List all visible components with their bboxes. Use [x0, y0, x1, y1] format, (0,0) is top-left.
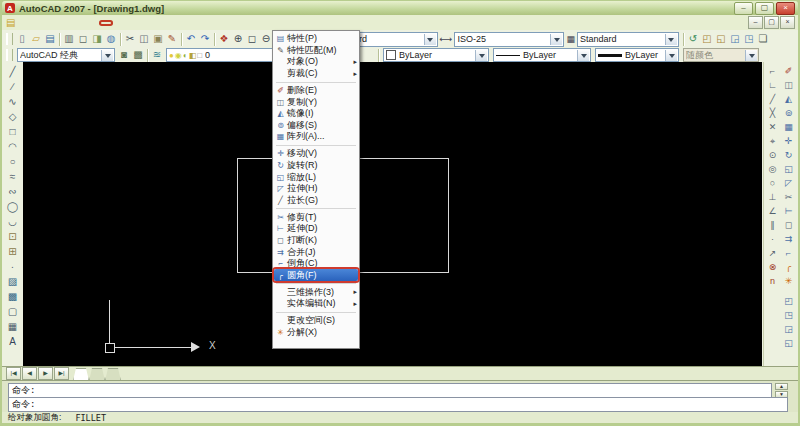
draw-tool-icon[interactable]: ∾ — [5, 184, 20, 199]
toolbar-icon[interactable]: ▩ — [131, 48, 145, 62]
layer-state-icon[interactable]: ◉ — [175, 51, 182, 60]
draw-tool-icon[interactable]: ▦ — [5, 319, 20, 334]
modify-menu-item[interactable]: ⌐ 倒角(C) — [274, 258, 358, 270]
draw-tool-icon[interactable]: □ — [5, 124, 20, 139]
dim-style-combo[interactable]: ISO-25 — [454, 32, 564, 47]
toolbar-icon[interactable]: ↷ — [198, 32, 212, 46]
modify-menu-item[interactable]: 对象(O) ▸ — [274, 56, 358, 68]
chevron-down-icon[interactable] — [665, 50, 677, 61]
draw-tool-icon[interactable]: ∕ — [5, 79, 20, 94]
modify-menu-item[interactable]: 实体编辑(N) ▸ — [274, 298, 358, 310]
modify-menu-item[interactable]: ╱ 拉长(G) — [274, 194, 358, 206]
toolbar-icon[interactable]: ⊖ — [259, 32, 273, 46]
modify-tool-icon[interactable]: ✂ — [781, 190, 796, 204]
tab-nav-button[interactable]: |◀ — [6, 367, 21, 380]
toolbar-icon[interactable]: ⊕ — [231, 32, 245, 46]
toolbar-icon[interactable]: ▱ — [29, 32, 43, 46]
toolbar-icon[interactable]: ▯ — [15, 32, 29, 46]
tab-nav-button[interactable]: ◀ — [22, 367, 37, 380]
lineweight-combo[interactable]: ByLayer — [595, 48, 679, 62]
draw-tool-icon[interactable]: ▩ — [5, 289, 20, 304]
menu-item[interactable] — [31, 22, 41, 24]
maximize-button[interactable]: ▢ — [755, 2, 774, 15]
toolbar-icon[interactable]: ❏ — [756, 32, 770, 46]
draw-tool-icon[interactable]: ▨ — [5, 274, 20, 289]
toolbar-icon[interactable]: ◻ — [245, 32, 259, 46]
snap-tool-icon[interactable]: ○ — [765, 176, 780, 190]
mdi-window-button[interactable]: – — [748, 16, 763, 29]
modify-tool-icon[interactable]: ◸ — [781, 176, 796, 190]
chevron-down-icon[interactable] — [101, 50, 113, 61]
draworder-tool-icon[interactable]: ◱ — [781, 336, 796, 350]
layer-state-icon[interactable]: ◧ — [189, 51, 197, 60]
modify-menu-item[interactable]: 三维操作(3) ▸ — [274, 286, 358, 298]
tab-nav-button[interactable]: ▶ — [38, 367, 53, 380]
draw-tool-icon[interactable]: ◯ — [5, 199, 20, 214]
modify-tool-icon[interactable]: ✳ — [781, 274, 796, 288]
snap-tool-icon[interactable]: ∥ — [765, 218, 780, 232]
snap-tool-icon[interactable]: ╱ — [765, 92, 780, 106]
menu-item[interactable] — [71, 22, 81, 24]
modify-menu-item[interactable]: ✎ 特性匹配(M) — [274, 45, 358, 57]
toolbar-grip[interactable] — [6, 49, 13, 61]
modify-menu-item[interactable]: ◫ 复制(Y) — [274, 96, 358, 108]
layer-combo[interactable]: ●◉◐◧□ 0 — [166, 48, 280, 62]
modify-menu-item[interactable]: ⊢ 延伸(D) — [274, 223, 358, 235]
chevron-down-icon[interactable] — [577, 50, 589, 61]
minimize-button[interactable]: – — [734, 2, 753, 15]
draworder-tool-icon[interactable]: ◲ — [781, 322, 796, 336]
draworder-tool-icon[interactable]: ◳ — [781, 308, 796, 322]
menu-item[interactable] — [41, 22, 51, 24]
modify-menu-item[interactable]: ◱ 缩放(L) — [274, 171, 358, 183]
modify-menu-item[interactable]: 更改空间(S) — [274, 315, 358, 327]
chevron-down-icon[interactable] — [475, 50, 487, 61]
modify-menu-item[interactable]: ╭ 圆角(F) — [274, 269, 358, 281]
modify-menu-item[interactable]: ◭ 镜像(I) — [274, 108, 358, 120]
draw-tool-icon[interactable]: ▢ — [5, 304, 20, 319]
draw-tool-icon[interactable]: ≈ — [5, 169, 20, 184]
layer-manager-icon[interactable]: ≋ — [150, 48, 164, 62]
table-style-combo[interactable]: Standard — [577, 32, 679, 47]
workspace-combo[interactable]: AutoCAD 经典 — [17, 48, 115, 62]
draw-tool-icon[interactable]: ╱ — [5, 64, 20, 79]
layer-state-icon[interactable]: ◐ — [183, 51, 188, 60]
toolbar-icon[interactable]: ◙ — [117, 48, 131, 62]
modify-menu-item[interactable]: ↻ 旋转(R) — [274, 160, 358, 172]
modify-menu-item[interactable]: ⊚ 偏移(S) — [274, 120, 358, 132]
snap-tool-icon[interactable]: ∠ — [765, 204, 780, 218]
modify-menu-item[interactable]: 剪裁(C) ▸ — [274, 68, 358, 80]
toolbar-icon[interactable]: ❖ — [217, 32, 231, 46]
toolbar-icon[interactable]: ↶ — [184, 32, 198, 46]
modify-tool-icon[interactable]: ╭ — [781, 260, 796, 274]
modify-menu-item[interactable]: ◸ 拉伸(H) — [274, 183, 358, 195]
modify-tool-icon[interactable]: ✛ — [781, 134, 796, 148]
draw-tool-icon[interactable]: ◡ — [5, 214, 20, 229]
chevron-down-icon[interactable] — [424, 34, 436, 45]
layer-state-icon[interactable]: □ — [197, 51, 202, 60]
mdi-window-button[interactable]: ▢ — [764, 16, 779, 29]
modify-tool-icon[interactable]: ⌐ — [781, 246, 796, 260]
snap-tool-icon[interactable]: ✕ — [765, 120, 780, 134]
drawing-canvas[interactable]: X — [23, 62, 762, 366]
snap-tool-icon[interactable]: ╳ — [765, 106, 780, 120]
modify-tool-icon[interactable]: ⇉ — [781, 232, 796, 246]
chevron-down-icon[interactable] — [550, 34, 562, 45]
modify-tool-icon[interactable]: ▦ — [781, 120, 796, 134]
linetype-combo[interactable]: ByLayer — [493, 48, 591, 62]
modify-tool-icon[interactable]: ⊢ — [781, 204, 796, 218]
modify-tool-icon[interactable]: ◻ — [781, 218, 796, 232]
snap-tool-icon[interactable]: ⊥ — [765, 190, 780, 204]
modify-menu-item[interactable]: ⇉ 合并(J) — [274, 246, 358, 258]
modify-tool-icon[interactable]: ✐ — [781, 64, 796, 78]
modify-menu-item[interactable]: ▤ 特性(P) — [274, 33, 358, 45]
toolbar-icon[interactable]: ◍ — [104, 32, 118, 46]
layer-state-icon[interactable]: ● — [169, 51, 174, 60]
draw-tool-icon[interactable]: ⊡ — [5, 229, 20, 244]
modify-tool-icon[interactable]: ⊚ — [781, 106, 796, 120]
toolbar-icon[interactable]: ↺ — [686, 32, 700, 46]
snap-tool-icon[interactable]: ⌖ — [765, 134, 780, 148]
mdi-window-button[interactable]: × — [780, 16, 795, 29]
chevron-down-icon[interactable] — [665, 34, 677, 45]
toolbar-icon[interactable]: ◰ — [700, 32, 714, 46]
snap-tool-icon[interactable]: ∟ — [765, 78, 780, 92]
